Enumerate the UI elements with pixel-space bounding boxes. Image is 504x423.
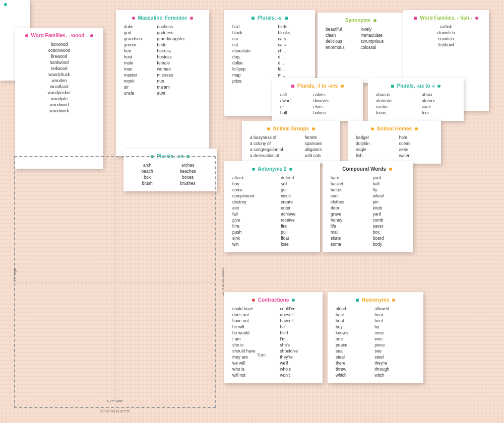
card-plurals-es-title: Plurals, -es bbox=[130, 154, 211, 159]
table-row: sirma'am bbox=[122, 84, 203, 90]
dot-left bbox=[252, 168, 255, 171]
card-synonyms: Synonyms beautifullovelycleanimmaculated… bbox=[318, 13, 406, 83]
table-row: monknun bbox=[122, 78, 203, 84]
table-row: heirheiress bbox=[122, 48, 203, 54]
table-row: fishbowl bbox=[409, 42, 483, 48]
dot-left bbox=[267, 127, 270, 130]
table-row: enormouscolossal bbox=[324, 44, 400, 50]
dot-right bbox=[289, 168, 292, 171]
card-wood: Word Families, - wood - boxwoodcottonwoo… bbox=[15, 28, 103, 169]
center-horizontal-line bbox=[15, 282, 215, 283]
table-row: who iswho's bbox=[230, 366, 317, 372]
table-row: malefemale bbox=[122, 60, 203, 66]
table-row: brushbrushes bbox=[130, 180, 211, 186]
table-row: fishwater bbox=[354, 153, 435, 159]
dot-right bbox=[341, 85, 344, 88]
table-row: a colony ofsparrows bbox=[248, 140, 334, 147]
table-row: a congregation ofalligators bbox=[248, 147, 334, 153]
table-row: dolphinocean bbox=[354, 140, 435, 147]
card-antonyms-title: Antonyms 2 bbox=[230, 166, 314, 172]
table-row: pushpull bbox=[230, 229, 314, 235]
table-row: abacusabaci bbox=[374, 92, 458, 98]
card-animal-groups-title: Animal Groups bbox=[248, 126, 334, 131]
table-row: deliciousscrumptious bbox=[324, 38, 400, 44]
table-row: somebody bbox=[329, 241, 407, 247]
center-vertical-line bbox=[115, 157, 115, 407]
table-row: catcats bbox=[230, 42, 309, 48]
table-row: will notwon't bbox=[230, 372, 317, 378]
dot-right bbox=[90, 34, 93, 37]
table-row: mastermistress bbox=[122, 72, 203, 78]
table-row: woodpile bbox=[21, 96, 97, 102]
animal-groups-table: a busyness offerretsa colony ofsparrowsa… bbox=[248, 134, 334, 159]
sq-left bbox=[291, 85, 294, 88]
table-row: honeycomb bbox=[329, 217, 407, 223]
card-antonyms: Antonyms 2 attackdefendbuysellcomegocomp… bbox=[224, 161, 320, 252]
table-row: sinkfloat bbox=[230, 235, 314, 241]
table-row: winlose bbox=[230, 241, 314, 247]
table-row: catfish bbox=[409, 24, 483, 30]
synonyms-table: beautifullovelycleanimmaculatedeliciouss… bbox=[324, 26, 400, 50]
card-contractions: Contractions could havecould'vedoes notd… bbox=[224, 292, 323, 383]
table-row: aloudallowed bbox=[334, 306, 417, 312]
contractions-table: could havecould'vedoes notdoesn'thave no… bbox=[230, 306, 317, 378]
table-row: clothespin bbox=[329, 199, 407, 205]
table-row: calfcalves bbox=[278, 92, 357, 98]
table-row: archarches bbox=[130, 162, 211, 168]
table-row: basketball bbox=[329, 181, 407, 187]
card-usi-title-text: Plurals, -us to -i bbox=[397, 83, 434, 89]
dot-right bbox=[415, 127, 418, 130]
homonyms-table: aloudallowedbarebearbeatbeetbuybyknowsno… bbox=[334, 306, 417, 378]
sq-right bbox=[285, 17, 288, 20]
table-row: elfelves bbox=[278, 104, 357, 110]
dot-right bbox=[475, 17, 478, 20]
card-plurals-es-title-text: Plurals, -es bbox=[157, 154, 183, 159]
card-animal-homes: Animal Homes badgerholedolphinoceaneagle… bbox=[348, 121, 441, 164]
card-fves: Plurals, -f to -ves calfcalvesdwarfdwarv… bbox=[272, 78, 363, 121]
table-row: woodland bbox=[21, 84, 97, 90]
height-label: 3.5" high bbox=[13, 268, 17, 282]
table-row: failachieve bbox=[230, 211, 314, 217]
dot-right bbox=[373, 19, 376, 22]
width-label: 4.25" wide bbox=[107, 399, 123, 403]
table-row: godgoddess bbox=[122, 30, 203, 36]
masc-table: dukeduchessgodgoddessgrandsongranddaught… bbox=[122, 24, 203, 96]
card-animal-groups: Animal Groups a busyness offerretsa colo… bbox=[242, 121, 340, 164]
card-fves-title-text: Plurals, -f to -ves bbox=[297, 83, 338, 89]
card-compound-title-text: Compound Words bbox=[342, 166, 386, 172]
table-row: eagleaerie bbox=[354, 147, 435, 153]
table-row: destroycreate bbox=[230, 199, 314, 205]
table-row: lifesaver bbox=[329, 223, 407, 229]
card-contractions-title-text: Contractions bbox=[258, 297, 289, 303]
compound-table: barnyardbasketballbutterflycartwheelclot… bbox=[329, 175, 407, 247]
card-synonyms-title: Synonyms bbox=[324, 18, 400, 23]
dot-left bbox=[25, 34, 28, 37]
plurals-s-table: birdbirdsblockblockscarcarscatcatschocol… bbox=[230, 24, 309, 84]
table-row: he willhe'll bbox=[230, 324, 317, 330]
table-row: a destruction ofwild cats bbox=[248, 153, 334, 159]
table-row: carcars bbox=[230, 36, 309, 42]
table-row: boxwood bbox=[21, 41, 97, 47]
table-row: buysell bbox=[230, 181, 314, 187]
dot-right bbox=[312, 127, 315, 130]
table-row: they arethey're bbox=[230, 354, 317, 360]
table-row: seasee bbox=[334, 348, 417, 354]
table-row: halfhalves bbox=[278, 110, 357, 116]
table-row: birdbirds bbox=[230, 24, 309, 30]
card-homonyms-title: Homonyms bbox=[334, 297, 417, 303]
partial-dot bbox=[4, 3, 7, 6]
card-compound-words: Compound Words barnyardbasketballbutterf… bbox=[323, 161, 413, 252]
card-plurals-s-title-text: Plurals, -s bbox=[258, 15, 282, 21]
table-row: hardwood bbox=[21, 59, 97, 65]
table-row: beatbeet bbox=[334, 318, 417, 324]
table-row: butterfly bbox=[329, 187, 407, 193]
sq-left bbox=[414, 17, 417, 20]
dot-left bbox=[151, 155, 154, 158]
table-row: dukeduchess bbox=[122, 24, 203, 30]
tom-label: Tom bbox=[257, 352, 266, 358]
table-row: cartwheel bbox=[329, 193, 407, 199]
card-plurals-es: Plurals, -es archarches beachbeaches box… bbox=[123, 149, 217, 191]
table-row: lollipoplo... bbox=[230, 66, 309, 72]
table-row: blockblocks bbox=[230, 30, 309, 36]
table-row: crawfish bbox=[409, 36, 483, 42]
